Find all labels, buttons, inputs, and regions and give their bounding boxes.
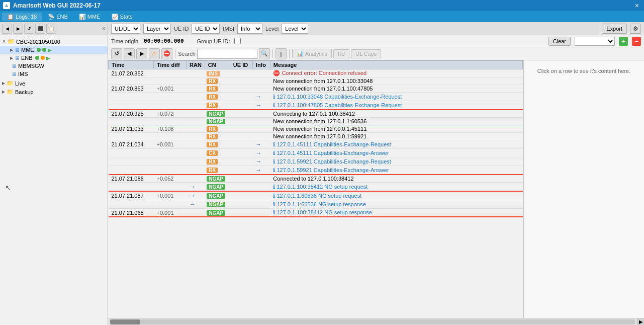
cell-info (252, 85, 270, 93)
cell-timediff (154, 93, 187, 101)
table-row[interactable]: RX → ℹ 127.0.1.59921 Capabilities-Exchan… (109, 166, 523, 175)
cell-cn: RX (205, 166, 230, 175)
tree-item-mme[interactable]: ▶ 🖥 MME ▶ (0, 46, 108, 54)
log-prev-btn[interactable]: ◀ (124, 48, 135, 59)
group-ue-checkbox[interactable] (234, 38, 241, 44)
tree-item-live[interactable]: ▶ 📁 Live (0, 79, 108, 88)
separator-btn[interactable]: | (275, 48, 287, 59)
table-row[interactable]: 21.07.20.853 +0.001 RX New connection fr… (109, 85, 523, 93)
analytics-btn[interactable]: 📊 Analytics (292, 49, 332, 58)
table-row[interactable]: RX → ℹ 127.0.1.59921 Capabilities-Exchan… (109, 157, 523, 166)
cell-cn: RX (205, 140, 230, 149)
clear-btn[interactable]: Clear (548, 37, 571, 46)
enb-dot1 (35, 56, 39, 60)
cell-ran: → (187, 191, 205, 200)
cell-ueid (230, 101, 252, 110)
table-row[interactable]: → NGAP ℹ 127.0.1.1:60536 NG setup respon… (109, 200, 523, 209)
tree-item-ims[interactable]: 🖥 IMS (0, 70, 108, 78)
table-row[interactable]: 21.07.21.033 +0.108 RX New connection fr… (109, 125, 523, 133)
table-row[interactable]: RX New connection from 127.0.1.100:33048 (109, 77, 523, 85)
cell-time: 21.07.21.087 (109, 191, 154, 200)
cell-cn: NGAP (205, 200, 230, 209)
filter-profile-select[interactable] (575, 37, 615, 46)
close-icon[interactable]: × (633, 2, 641, 10)
bottom-scrollbar[interactable]: ▶ (108, 318, 644, 325)
log-warn-btn[interactable]: ⚠ (149, 48, 160, 59)
cell-cn: RX (205, 93, 230, 101)
cell-cn: RX (205, 77, 230, 85)
cell-ran (187, 110, 205, 118)
info-panel: Click on a row to see it's content here. (523, 60, 644, 318)
level-select[interactable]: Level All (282, 24, 308, 34)
filter-bar: UL/DL UL DL Layer All UE ID UE ID IMSI I… (108, 22, 644, 35)
cell-info: → (252, 140, 270, 149)
sidebar-stop-btn[interactable]: ⬛ (35, 24, 45, 34)
cell-timediff: +0.052 (154, 175, 187, 183)
table-row[interactable]: CX → ℹ 127.0.1.45111 Capabilities-Exchan… (109, 149, 523, 157)
table-row[interactable]: 21.07.20.925 +0.072 NGAP Connecting to 1… (109, 110, 523, 118)
tree-item-backup[interactable]: ▶ 📁 Backup (0, 88, 108, 96)
mme-dot1 (37, 48, 41, 52)
table-row[interactable]: 21.07.21.087 +0.001 → NGAP ℹ 127.0.1.1:6… (109, 191, 523, 200)
ueid-select[interactable]: UE ID (192, 24, 220, 34)
tab-stats[interactable]: 📈 Stats (107, 13, 138, 21)
log-refresh-btn[interactable]: ↺ (111, 48, 122, 59)
tree-item-cbc[interactable]: ▼ 📁 CBC-2021050100 (0, 37, 108, 46)
cell-ueid (230, 191, 252, 200)
right-panel: UL/DL UL DL Layer All UE ID UE ID IMSI I… (108, 22, 644, 325)
direction-select[interactable]: UL/DL UL DL (111, 24, 140, 34)
search-input[interactable] (197, 49, 257, 59)
tab-enb[interactable]: 📡 ENB (43, 13, 73, 21)
search-icon-btn[interactable]: 🔍 (259, 48, 270, 59)
table-row[interactable]: RX New connection from 127.0.0.1:59921 (109, 133, 523, 140)
cell-timediff (154, 77, 187, 85)
ims-tree-label: IMS (18, 71, 28, 77)
cell-message: ℹ 127.0.1.100:47805 Capabilities-Exchang… (270, 101, 522, 110)
ul-caps-btn[interactable]: UL Caps (351, 49, 381, 58)
log-error-btn[interactable]: ⛔ (161, 48, 172, 59)
cell-message: ℹ 127.0.1.100:38412 NG setup request (270, 183, 522, 192)
sidebar-back-btn[interactable]: ◀ (2, 24, 12, 34)
tree-item-mbmsgw[interactable]: 🖥 MBMSGW (0, 62, 108, 70)
rd-btn[interactable]: Rd (333, 49, 349, 58)
table-row[interactable]: → NGAP ℹ 127.0.1.100:38412 NG setup requ… (109, 183, 523, 192)
layer-select[interactable]: Layer All (143, 24, 171, 34)
cell-message: Connecting to 127.0.1.100:38412 (270, 110, 522, 118)
tree-item-enb[interactable]: ▶ 🖥 ENB ▶ (0, 54, 108, 62)
separator2 (272, 49, 273, 58)
mme-dot2 (42, 48, 46, 52)
cell-ran (187, 140, 205, 149)
log-next-btn[interactable]: ▶ (136, 48, 147, 59)
sidebar-close-icon[interactable]: × (102, 25, 106, 32)
cell-cn: RX (205, 101, 230, 110)
tab-mme[interactable]: 📊 MME (74, 13, 106, 21)
cell-time: 21.07.21.034 (109, 140, 154, 149)
info-select[interactable]: Info All (237, 24, 262, 34)
cell-time (109, 101, 154, 110)
folder-icon: 📁 (8, 38, 15, 45)
search-label: Search (178, 51, 196, 57)
sidebar-copy-btn[interactable]: 📋 (46, 24, 56, 34)
table-row[interactable]: RX → ℹ 127.0.1.100:33048 Capabilities-Ex… (109, 93, 523, 101)
settings-btn[interactable]: ⚙ (630, 24, 641, 34)
scroll-thumb[interactable] (110, 319, 140, 324)
table-row[interactable]: RX → ℹ 127.0.1.100:47805 Capabilities-Ex… (109, 101, 523, 110)
tab-logs[interactable]: 📋 Logs: 18 (2, 13, 42, 21)
time-origin-value: 00:00:00.000 (144, 38, 183, 44)
cell-timediff: +0.001 (154, 85, 187, 93)
cell-ran (187, 85, 205, 93)
remove-filter-btn[interactable]: − (632, 37, 641, 46)
cell-timediff (154, 101, 187, 110)
separator1 (175, 49, 175, 58)
sidebar-refresh-btn[interactable]: ↺ (24, 24, 34, 34)
scroll-right-btn[interactable]: ▶ (637, 318, 644, 326)
export-btn[interactable]: Export (602, 24, 627, 34)
table-row[interactable]: 21.07.20.852 IMS ⛔ Connect error: Connec… (109, 69, 523, 77)
table-row[interactable]: 21.07.21.068 +0.001 NGAP ℹ 127.0.1.100:3… (109, 209, 523, 217)
table-row[interactable]: NGAP New connection from 127.0.1.1:60536 (109, 118, 523, 125)
table-row[interactable]: 21.07.21.086 +0.052 NGAP Connected to 12… (109, 175, 523, 183)
sidebar-forward-btn[interactable]: ▶ (13, 24, 23, 34)
table-row[interactable]: 21.07.21.034 +0.001 RX → ℹ 127.0.1.45111… (109, 140, 523, 149)
cell-time (109, 93, 154, 101)
add-filter-btn[interactable]: + (619, 37, 628, 46)
